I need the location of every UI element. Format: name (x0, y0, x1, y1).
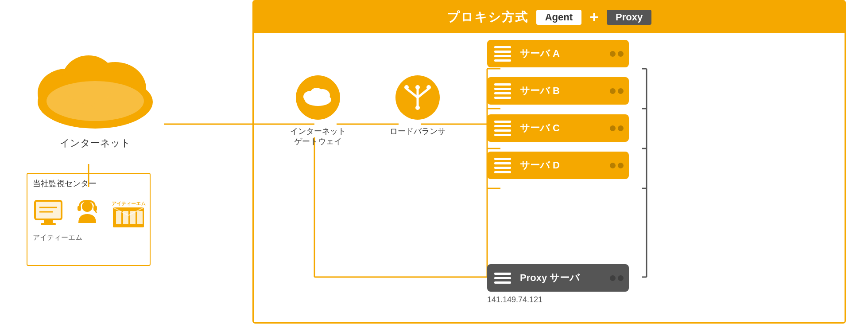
svg-rect-25 (35, 201, 62, 219)
server-lines-icon-a (494, 46, 511, 62)
server-box-b: サーバ B (487, 77, 629, 105)
svg-point-23 (46, 81, 144, 121)
company-name: アイティーエム (33, 233, 82, 242)
monitoring-icons: アイティーエム (33, 199, 146, 230)
svg-rect-35 (116, 211, 121, 224)
server-dots-d (610, 163, 624, 168)
loadbalancer-node: ロードバランサ (390, 73, 446, 137)
server-name-b: サーバ B (520, 84, 604, 98)
server-row-d: サーバ D (487, 152, 629, 179)
lb-label: ロードバランサ (390, 126, 446, 137)
svg-text:アイティーエム: アイティーエム (112, 201, 146, 206)
server-box-a: サーバ A (487, 40, 629, 67)
gateway-label: インターネットゲートウェイ (290, 126, 346, 147)
proxy-ip: 141.149.74.121 (487, 295, 629, 305)
svg-rect-31 (78, 206, 81, 211)
server-dots-c (610, 125, 624, 131)
server-row-c: サーバ C (487, 114, 629, 142)
proxy-dots (610, 275, 624, 281)
proxy-server-name: Proxy サーバ (520, 271, 604, 285)
gateway-node: インターネットゲートウェイ (290, 73, 346, 147)
server-lines-icon-c (494, 121, 511, 136)
svg-point-53 (404, 85, 409, 90)
server-lines-icon-b (494, 83, 511, 99)
svg-point-46 (310, 88, 323, 98)
svg-rect-26 (44, 219, 53, 223)
svg-point-55 (426, 85, 431, 90)
svg-point-30 (82, 201, 93, 212)
server-dots-a (610, 51, 624, 57)
svg-point-52 (415, 105, 420, 110)
gateway-icon (294, 73, 342, 122)
diagram-wrapper: プロキシ方式 Agent + Proxy (0, 0, 868, 328)
server-box-d: サーバ D (487, 152, 629, 179)
plus-sign: + (589, 8, 599, 27)
monitoring-title: 当社監視センター (33, 178, 97, 189)
svg-point-54 (415, 85, 420, 90)
agent-badge: Agent (536, 10, 581, 25)
svg-rect-38 (137, 211, 143, 224)
server-row-a: サーバ A (487, 40, 629, 67)
servers-area: サーバ A サーバ B (487, 40, 629, 189)
orange-box-header: プロキシ方式 Agent + Proxy (254, 1, 845, 33)
server-name-c: サーバ C (520, 121, 604, 135)
loadbalancer-icon (393, 73, 442, 122)
internet-cloud-svg (27, 44, 164, 133)
server-name-a: サーバ A (520, 47, 604, 60)
svg-rect-27 (41, 223, 56, 225)
monitoring-box: 当社監視センター (27, 173, 151, 266)
monitor-icon (33, 199, 64, 230)
server-lines-icon-d (494, 158, 511, 173)
proxy-server-box: Proxy サーバ (487, 264, 629, 292)
support-person-icon (72, 199, 103, 230)
proxy-lines-icon (494, 273, 511, 284)
proxy-server-row: Proxy サーバ 141.149.74.121 (487, 264, 629, 305)
proxy-badge: Proxy (607, 10, 651, 25)
internet-cloud: インターネット (27, 44, 164, 150)
internet-label: インターネット (27, 137, 164, 150)
server-box-c: サーバ C (487, 114, 629, 142)
header-title: プロキシ方式 (447, 9, 528, 26)
server-row-b: サーバ B (487, 77, 629, 105)
itm-logo-icon: アイティーエム (111, 199, 146, 230)
server-dots-b (610, 88, 624, 94)
server-name-d: サーバ D (520, 159, 604, 172)
